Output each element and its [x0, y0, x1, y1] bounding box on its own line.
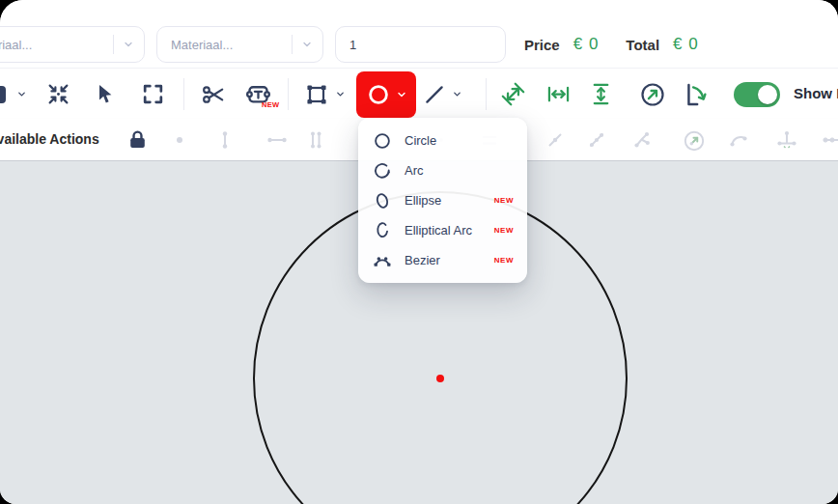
- rectangle-tool-icon: [303, 81, 330, 108]
- chevron-down-icon: [396, 89, 407, 100]
- dropdown-item-label: Ellipse: [405, 193, 483, 208]
- shape-dropdown-menu: Circle Arc Ellipse NEW Elliptical Arc NE…: [358, 118, 527, 283]
- material-select-1[interactable]: Materiaal...: [0, 26, 145, 63]
- fullscreen-button[interactable]: [141, 69, 165, 120]
- line-segment-icon: [544, 128, 567, 152]
- arc-icon: [372, 160, 393, 182]
- rectangle-tool-button[interactable]: [303, 69, 346, 120]
- total-value: € 0: [673, 35, 699, 54]
- arc-segment-icon: [727, 128, 750, 152]
- toolbar-divider: [486, 78, 487, 110]
- toggle-knob: [758, 85, 777, 104]
- scale-circle-button[interactable]: [639, 69, 666, 120]
- circle-center-dot: [436, 375, 444, 382]
- chevron-down-icon: [123, 39, 134, 50]
- new-badge: NEW: [494, 226, 514, 235]
- dropdown-item-label: Circle: [405, 133, 514, 148]
- material-select-1-placeholder: Materiaal...: [0, 38, 104, 52]
- angle-measure-button[interactable]: [683, 69, 710, 120]
- total-label: Total: [626, 37, 659, 53]
- main-toolbar: NEW: [0, 68, 838, 119]
- elliptical-arc-icon: [372, 220, 393, 241]
- radius-arrow-icon: [682, 128, 705, 152]
- horizontal-measure-button[interactable]: [545, 69, 572, 120]
- top-bar: Materiaal... Materiaal... 1 Price € 0 To…: [0, 0, 838, 68]
- dropdown-item-label: Bezier: [405, 253, 483, 267]
- dropdown-item-circle[interactable]: Circle: [358, 126, 527, 155]
- cursor-tool-button[interactable]: [93, 69, 116, 120]
- parallel-segments-icon: [304, 128, 327, 152]
- line-tool-button[interactable]: [422, 69, 462, 120]
- circle-tool-icon: [365, 81, 392, 108]
- angle-measure-icon: [683, 81, 710, 108]
- horizontal-segment-icon: [265, 128, 289, 152]
- clipped-disabled-icon: [821, 128, 838, 152]
- price-summary: Price € 0 Total € 0: [524, 26, 699, 63]
- vertical-segment-icon: [213, 128, 237, 152]
- diagonal-measure-icon: [500, 81, 526, 107]
- select-divider: [113, 35, 114, 54]
- chevron-down-icon: [301, 39, 313, 50]
- dropdown-item-label: Arc: [405, 163, 514, 178]
- show-toggle-label: Show M: [794, 85, 838, 101]
- vertical-measure-icon: [588, 81, 614, 107]
- circle-icon: [372, 130, 393, 152]
- bezier-icon: [372, 250, 393, 271]
- ellipse-icon: [372, 190, 393, 211]
- text-tool-new-badge: NEW: [262, 100, 279, 109]
- chevron-down-icon: [335, 89, 346, 99]
- horizontal-measure-icon: [545, 81, 572, 107]
- collapse-to-center-button[interactable]: [46, 69, 70, 120]
- dropdown-item-ellipse[interactable]: Ellipse NEW: [358, 185, 527, 215]
- quantity-value: 1: [349, 38, 356, 52]
- point-icon: [168, 128, 191, 152]
- scale-circle-icon: [639, 81, 666, 108]
- text-tool-button[interactable]: [244, 69, 272, 120]
- app-window: Materiaal... Materiaal... 1 Price € 0 To…: [0, 0, 838, 504]
- shape-preset-button[interactable]: [0, 69, 27, 120]
- quantity-input[interactable]: 1: [335, 26, 506, 63]
- select-divider: [292, 35, 293, 54]
- price-value: € 0: [573, 35, 600, 54]
- toolbar-divider: [183, 78, 184, 110]
- vertical-measure-button[interactable]: [588, 69, 614, 120]
- show-toggle[interactable]: [734, 82, 780, 107]
- branch-icon: [630, 128, 654, 152]
- dropdown-item-label: Elliptical Arc: [405, 223, 483, 238]
- diagonal-measure-button[interactable]: [500, 69, 526, 120]
- scissors-icon: [201, 82, 226, 107]
- fullscreen-icon: [141, 82, 165, 106]
- material-select-2-placeholder: Materiaal...: [171, 38, 283, 52]
- dropdown-item-bezier[interactable]: Bezier NEW: [358, 245, 527, 275]
- line-tool-icon: [422, 82, 447, 107]
- shape-preset-icon: [0, 83, 12, 106]
- cursor-icon: [93, 83, 116, 106]
- price-label: Price: [524, 37, 560, 53]
- material-select-2[interactable]: Materiaal...: [156, 26, 323, 63]
- dropdown-item-arc[interactable]: Arc: [358, 155, 527, 185]
- chevron-down-icon: [16, 89, 27, 99]
- circle-tool-button-active[interactable]: [356, 71, 416, 118]
- new-badge: NEW: [494, 196, 514, 205]
- chevron-down-icon: [452, 89, 462, 99]
- dropdown-item-elliptical-arc[interactable]: Elliptical Arc NEW: [358, 215, 527, 245]
- collapse-to-center-icon: [46, 82, 70, 106]
- available-actions-label: Available Actions: [0, 131, 99, 147]
- polyline-icon: [585, 128, 608, 152]
- lock-icon[interactable]: [126, 127, 149, 151]
- perpendicular-icon: [775, 128, 798, 152]
- cut-tool-button[interactable]: [201, 69, 226, 120]
- new-badge: NEW: [494, 256, 514, 265]
- toolbar-divider: [288, 78, 289, 110]
